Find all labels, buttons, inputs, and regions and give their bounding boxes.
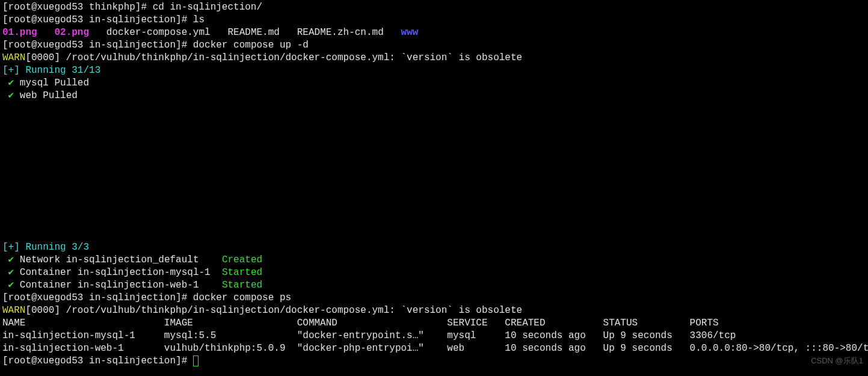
cursor-icon[interactable]: [193, 356, 199, 366]
pull-line: ✔ web Pulled: [2, 90, 866, 102]
terminal-line: [root@xuegod53 in-sqlinjection]# docker …: [2, 292, 866, 304]
warn-msg: [0000] /root/vulhub/thinkphp/in-sqlinjec…: [25, 52, 528, 63]
dir: www: [401, 27, 419, 38]
prompt: [root@xuegod53 thinkphp]#: [2, 2, 153, 13]
warn-tag: WARN: [2, 52, 25, 63]
command: docker compose up -d: [193, 40, 309, 51]
warn-msg: [0000] /root/vulhub/thinkphp/in-sqlinjec…: [25, 305, 528, 316]
running-line: [+] Running 3/3: [2, 241, 866, 254]
table-row: in-sqlinjection-mysql-1 mysql:5.5 "docke…: [2, 330, 866, 342]
resource-text: Container in-sqlinjection-mysql-1: [14, 267, 222, 278]
terminal-line: [root@xuegod53 thinkphp]# cd in-sqlinjec…: [2, 1, 866, 14]
warn-line: WARN[0000] /root/vulhub/thinkphp/in-sqli…: [2, 304, 866, 317]
running-line: [+] Running 31/13: [2, 64, 866, 77]
check-icon: ✔: [2, 280, 14, 291]
running-text: Running 31/13: [25, 65, 100, 76]
container-line: ✔ Container in-sqlinjection-web-1 Starte…: [2, 279, 866, 292]
file-md: README.zh-cn.md: [297, 27, 384, 38]
running-prefix: [+]: [2, 242, 25, 253]
terminal-line[interactable]: [root@xuegod53 in-sqlinjection]#: [2, 355, 866, 368]
file-yml: docker-compose.yml: [106, 27, 211, 38]
network-line: ✔ Network in-sqlinjection_default Create…: [2, 254, 866, 267]
terminal-line: [root@xuegod53 in-sqlinjection]# docker …: [2, 39, 866, 52]
table-header: NAME IMAGE COMMAND SERVICE CREATED STATU…: [2, 317, 866, 330]
file-md: README.md: [227, 27, 279, 38]
status-text: Started: [222, 267, 262, 278]
watermark: CSDN @乐队1: [811, 354, 863, 367]
pull-line: ✔ mysql Pulled: [2, 77, 866, 90]
check-icon: ✔: [2, 78, 14, 88]
resource-text: Container in-sqlinjection-web-1: [14, 280, 222, 291]
check-icon: ✔: [2, 90, 14, 101]
ls-output: 01.png 02.png docker-compose.yml README.…: [2, 26, 866, 39]
status-text: Started: [222, 280, 262, 291]
terminal-line: [root@xuegod53 in-sqlinjection]# ls: [2, 14, 866, 26]
spacer: [2, 102, 866, 241]
warn-tag: WARN: [2, 305, 25, 316]
warn-line: WARN[0000] /root/vulhub/thinkphp/in-sqli…: [2, 52, 866, 64]
check-icon: ✔: [2, 254, 14, 265]
prompt: [root@xuegod53 in-sqlinjection]#: [2, 292, 193, 303]
status-text: Created: [222, 254, 262, 265]
prompt: [root@xuegod53 in-sqlinjection]#: [2, 14, 193, 25]
command: cd in-sqlinjection/: [153, 2, 262, 13]
table-row: in-sqlinjection-web-1 vulhub/thinkphp:5.…: [2, 342, 866, 355]
check-icon: ✔: [2, 267, 14, 278]
pull-text: web Pulled: [14, 90, 83, 101]
pull-text: mysql Pulled: [14, 78, 94, 88]
running-text: Running 3/3: [25, 242, 89, 253]
prompt: [root@xuegod53 in-sqlinjection]#: [2, 40, 193, 51]
prompt: [root@xuegod53 in-sqlinjection]#: [2, 356, 193, 366]
running-prefix: [+]: [2, 65, 25, 76]
file-png: 02.png: [54, 27, 89, 38]
resource-text: Network in-sqlinjection_default: [14, 254, 222, 265]
command: docker compose ps: [193, 292, 291, 303]
container-line: ✔ Container in-sqlinjection-mysql-1 Star…: [2, 267, 866, 279]
file-png: 01.png: [2, 27, 37, 38]
command: ls: [193, 14, 205, 25]
